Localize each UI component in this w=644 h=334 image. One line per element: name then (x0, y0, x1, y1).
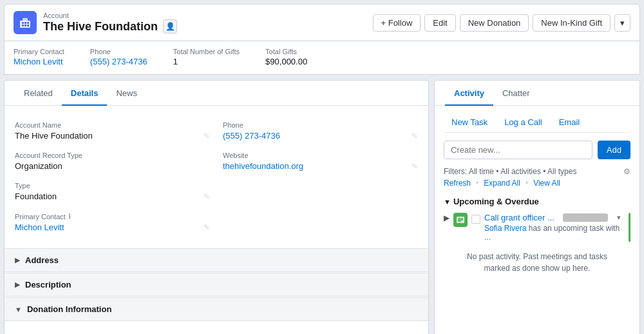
follow-button[interactable]: + Follow (373, 14, 421, 32)
filters-row: Filters: All time • All activities • All… (444, 167, 630, 176)
tab-details[interactable]: Details (62, 81, 108, 106)
type-value: Foundation ✎ (15, 192, 210, 201)
description-label: Description (25, 280, 71, 290)
org-user-icon[interactable]: 👤 (163, 19, 177, 34)
website-field: Website thehivefoundation.org ✎ (223, 146, 418, 177)
left-panel: Related Details News Account Name The Hi… (4, 80, 429, 334)
primary-contact-label: Primary Contact (14, 48, 64, 55)
new-donation-button[interactable]: New Donation (460, 14, 529, 32)
info-bar: Primary Contact Michon Levitt Phone (555… (4, 41, 640, 75)
create-input[interactable] (444, 141, 592, 159)
add-button[interactable]: Add (598, 141, 630, 159)
primary-contact-info: Primary Contact Michon Levitt (14, 48, 64, 66)
past-activity: No past activity. Past meetings and task… (444, 251, 630, 274)
description-chevron-icon: ▶ (15, 280, 20, 289)
donation-section-header[interactable]: ▼ Donation Information (5, 297, 428, 321)
form-row-4: Primary Contact ℹ Michon Levitt ✎ (15, 207, 418, 238)
tab-news[interactable]: News (107, 81, 146, 106)
primary-contact-value[interactable]: Michon Levitt (14, 57, 64, 66)
task-dropdown-icon[interactable]: ▾ (617, 213, 621, 222)
total-gifts-count-label: Total Number of Gifts (173, 48, 240, 55)
phone-field-value: (555) 273-4736 ✎ (223, 131, 418, 141)
svg-rect-3 (24, 22, 26, 24)
expand-all-link[interactable]: Expand All (484, 179, 520, 188)
record-type-label: Account Record Type (15, 152, 210, 159)
form-row-1: Account Name The Hive Foundation ✎ Phone… (15, 116, 418, 146)
account-icon (14, 11, 37, 34)
tab-related[interactable]: Related (15, 81, 62, 106)
phone-info: Phone (555) 273-4736 (90, 48, 147, 66)
more-actions-button[interactable]: ▾ (614, 14, 630, 32)
type-label: Type (15, 182, 210, 190)
website-label: Website (223, 152, 418, 159)
account-name-value: The Hive Foundation ✎ (15, 131, 210, 141)
header-buttons: + Follow Edit New Donation New In-Kind G… (373, 14, 631, 32)
task-type-icon (453, 213, 468, 227)
account-info: Account The Hive Foundation 👤 (43, 12, 177, 34)
address-label: Address (25, 255, 59, 265)
main-tabs: Related Details News (5, 81, 428, 106)
account-name-edit-icon[interactable]: ✎ (204, 132, 210, 141)
new-task-tab[interactable]: New Task (444, 113, 495, 132)
address-chevron-icon: ▶ (15, 256, 20, 264)
description-section[interactable]: ▶ Description (5, 273, 428, 297)
address-section[interactable]: ▶ Address (5, 248, 428, 272)
primary-contact-field-label: Primary Contact ℹ (15, 212, 210, 221)
type-field: Type Foundation ✎ (15, 177, 210, 207)
task-blurred-name (563, 213, 608, 222)
primary-contact-field-value: Michon Levitt ✎ (15, 222, 210, 232)
task-expand-icon[interactable]: ▶ (444, 213, 450, 222)
activity-tab[interactable]: Activity (445, 81, 493, 106)
total-gifts-count-value: 1 (173, 57, 240, 66)
form-row-2: Account Record Type Organization Website… (15, 146, 418, 177)
task-user-link[interactable]: Sofia Rivera (484, 224, 526, 233)
primary-contact-edit-icon[interactable]: ✎ (204, 223, 210, 232)
total-gifts-value: $90,000.00 (265, 57, 307, 66)
task-subtitle: Sofia Rivera has an upcoming task with .… (484, 224, 621, 242)
primary-contact-placeholder (223, 207, 418, 238)
chatter-tab[interactable]: Chatter (493, 81, 539, 106)
edit-button[interactable]: Edit (424, 14, 455, 32)
svg-rect-2 (22, 22, 24, 24)
primary-contact-info-icon: ℹ (68, 212, 71, 221)
svg-rect-7 (27, 25, 29, 26)
last-gift-amount-field: Last Gift Amount ℹ $90,000.00 ✎ (223, 329, 418, 334)
action-tabs: New Task Log a Call Email (444, 113, 630, 133)
sustainer-field: Sustainer ℹ ✎ (15, 329, 210, 334)
account-title-area: Account The Hive Foundation 👤 (14, 11, 177, 34)
account-name-label: Account Name (15, 121, 210, 129)
website-edit-icon[interactable]: ✎ (412, 162, 418, 171)
svg-rect-5 (22, 25, 24, 26)
new-in-kind-button[interactable]: New In-Kind Gift (533, 14, 611, 32)
svg-rect-1 (23, 18, 28, 21)
type-edit-icon[interactable]: ✎ (204, 192, 210, 201)
record-type-field: Account Record Type Organization (15, 146, 210, 177)
right-panel: Activity Chatter New Task Log a Call Ema… (434, 80, 640, 334)
svg-rect-6 (24, 25, 26, 26)
task-title[interactable]: Call grant officer ... (484, 213, 554, 222)
email-tab[interactable]: Email (551, 113, 588, 132)
account-label: Account (43, 12, 177, 19)
gear-icon[interactable]: ⚙ (623, 167, 630, 176)
phone-field: Phone (555) 273-4736 ✎ (223, 116, 418, 146)
log-call-tab[interactable]: Log a Call (497, 113, 550, 132)
account-name-field: Account Name The Hive Foundation ✎ (15, 116, 210, 146)
upcoming-header: ▼ Upcoming & Overdue (444, 197, 630, 206)
links-row: Refresh • Expand All • View All (444, 179, 630, 188)
total-gifts-info: Total Gifts $90,000.00 (265, 48, 307, 66)
view-all-link[interactable]: View All (533, 179, 560, 188)
details-form: Account Name The Hive Foundation ✎ Phone… (5, 106, 428, 248)
website-value: thehivefoundation.org ✎ (223, 161, 418, 171)
refresh-link[interactable]: Refresh (444, 179, 471, 188)
phone-value[interactable]: (555) 273-4736 (90, 57, 147, 66)
task-checkbox[interactable] (471, 215, 480, 224)
filters-text: Filters: All time • All activities • All… (444, 167, 576, 176)
svg-rect-0 (20, 21, 30, 28)
record-type-value: Organization (15, 161, 210, 171)
upcoming-chevron-icon: ▼ (444, 198, 451, 206)
top-header: Account The Hive Foundation 👤 + Follow E… (4, 4, 640, 41)
activity-tabs: Activity Chatter (435, 81, 639, 106)
form-row-3: Type Foundation ✎ (15, 177, 418, 207)
phone-edit-icon[interactable]: ✎ (412, 132, 418, 141)
donation-chevron-icon: ▼ (15, 306, 22, 313)
